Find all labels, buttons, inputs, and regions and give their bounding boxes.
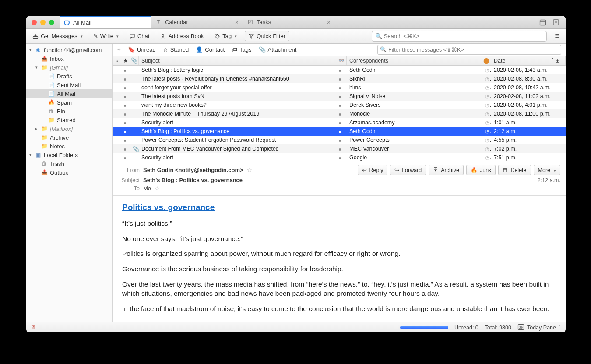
sidebar-item[interactable]: 📥 Inbox <box>26 54 112 63</box>
star-recipient-button[interactable]: ☆ <box>155 185 160 192</box>
account-row[interactable]: ▾ ◉ function44@gmail.com <box>26 46 112 54</box>
sidebar-item[interactable]: 🗑 Trash <box>26 159 112 168</box>
message-row[interactable]: 📎 Document From MEC Vancouver Signed and… <box>113 144 566 153</box>
sidebar-item[interactable]: 📁 Starred <box>26 116 112 124</box>
global-search: 🔍 <box>372 31 547 42</box>
tasks-icon[interactable] <box>552 19 559 26</box>
sidebar-item[interactable]: ▾ 📁 [Gmail] <box>26 63 112 72</box>
calendar-icon[interactable] <box>539 19 546 26</box>
chat-button[interactable]: Chat <box>127 32 152 41</box>
sidebar-item[interactable]: 🗑 Bin <box>26 107 112 116</box>
col-subject[interactable]: Subject <box>139 56 336 65</box>
quick-filter-label: Quick Filter <box>257 33 285 39</box>
write-button[interactable]: ✎ Write <box>91 32 121 41</box>
total-count: Total: 9800 <box>485 325 511 331</box>
message-body: Politics vs. governance “It’s just polit… <box>113 195 566 322</box>
delete-button[interactable]: 🗑Delete <box>498 165 531 175</box>
column-picker-icon[interactable]: ⊞ <box>555 57 560 64</box>
article-title[interactable]: Politics vs. governance <box>122 202 556 213</box>
more-button[interactable]: More <box>534 165 560 175</box>
sidebar-item-label: Drafts <box>57 73 72 80</box>
address-book-button[interactable]: Address Book <box>157 32 206 41</box>
global-search-input[interactable] <box>372 31 547 42</box>
get-messages-button[interactable]: Get Messages <box>30 32 85 41</box>
message-row[interactable]: The Monocle Minute – Thursday 29 August … <box>113 109 566 118</box>
sidebar-item[interactable]: 📁 Archive <box>26 133 112 142</box>
search-icon: 🔍 <box>380 46 387 52</box>
tag-button[interactable]: Tag <box>211 32 239 41</box>
sidebar-item[interactable]: 🔥 Spam <box>26 98 112 107</box>
sidebar-item[interactable]: 📁 Notes <box>26 142 112 150</box>
message-row[interactable]: Security alert Google ◔ 7:51 p.m. <box>113 153 566 162</box>
archive-button[interactable]: 🗄Archive <box>429 165 464 175</box>
sidebar-item-label: Inbox <box>50 56 64 62</box>
zoom-window-button[interactable] <box>49 20 54 25</box>
message-row[interactable]: want my three new books? Derek Sivers ◔ … <box>113 101 566 109</box>
read-dot-icon <box>339 105 341 107</box>
col-correspondents[interactable]: Correspondents <box>347 56 482 65</box>
body-paragraph: Politics is organized sparring about pow… <box>122 249 556 259</box>
app-menu-button[interactable]: ≡ <box>552 32 562 41</box>
quick-filter-toggle[interactable]: Quick Filter <box>245 31 289 41</box>
tab-label: Tasks <box>257 19 271 25</box>
sidebar-item[interactable]: 📤 Outbox <box>26 168 112 177</box>
close-tab-button[interactable]: × <box>235 19 239 26</box>
message-row[interactable]: Power Concepts: Student Forgotten Passwo… <box>113 136 566 144</box>
filter-search-input[interactable] <box>377 45 561 55</box>
message-row[interactable]: Seth's Blog : Lottery logic Seth Godin ◔… <box>113 66 566 74</box>
message-subject: The latest posts from SvN <box>139 93 336 99</box>
unread-dot-icon <box>124 105 126 107</box>
forward-button[interactable]: ↪Forward <box>390 165 426 175</box>
sidebar-item[interactable]: ▸ 📁 [Mailbox] <box>26 124 112 133</box>
star-sender-button[interactable]: ☆ <box>247 167 252 173</box>
sidebar-item-label: Sent Mail <box>57 82 81 88</box>
sidebar-item-label: Starred <box>57 117 76 123</box>
filter-starred[interactable]: ☆Starred <box>163 46 189 53</box>
tab-mail[interactable]: All Mail <box>60 16 151 28</box>
message-row[interactable]: don't forget your special offer hims ◔ 2… <box>113 83 566 92</box>
trash-icon: 🗑 <box>503 167 508 173</box>
today-pane-toggle[interactable]: 29 Today Pane ˄ <box>517 323 561 332</box>
folder-icon: 📁 <box>41 143 48 149</box>
titlebar: All Mail 🗓 Calendar × ☑ Tasks × <box>26 16 566 29</box>
filter-tags[interactable]: 🏷Tags <box>232 46 251 53</box>
col-thread[interactable]: ↳ <box>113 56 121 65</box>
tab-calendar[interactable]: 🗓 Calendar × <box>151 16 243 28</box>
col-flag[interactable]: ⬤ <box>482 56 491 65</box>
sidebar-item-label: Trash <box>50 161 64 167</box>
local-folders-row[interactable]: ▾ ▣ Local Folders <box>26 150 112 159</box>
tag-label: Tag <box>222 33 232 39</box>
read-dot-icon <box>339 96 341 98</box>
col-star[interactable]: ★ <box>121 56 130 65</box>
close-tab-button[interactable]: × <box>327 19 331 26</box>
message-row[interactable]: Security alert Arzamas.academy ◔ 1:01 a.… <box>113 118 566 127</box>
sidebar-item[interactable]: 📄 Drafts <box>26 72 112 80</box>
body-split: ▾ ◉ function44@gmail.com 📥 Inbox ▾ 📁 [Gm… <box>26 44 566 322</box>
col-date[interactable]: Date˄⊞ <box>491 56 566 65</box>
message-date: 7:02 p.m. <box>491 146 566 152</box>
message-row[interactable]: The latest posts from SvN Signal v. Nois… <box>113 92 566 101</box>
close-window-button[interactable] <box>32 20 37 25</box>
tab-tasks[interactable]: ☑ Tasks × <box>243 16 335 28</box>
pin-icon[interactable]: ✧ <box>117 47 121 52</box>
minimize-window-button[interactable] <box>40 20 46 25</box>
filter-contact[interactable]: 👤Contact <box>196 46 225 53</box>
filter-unread[interactable]: 🔖Unread <box>128 46 156 53</box>
pencil-icon: ✎ <box>93 33 98 39</box>
sidebar-item[interactable]: 📄 All Mail <box>26 89 112 98</box>
message-row[interactable]: The latest posts - Revolutionary in Onen… <box>113 74 566 83</box>
col-attachment[interactable]: 📎 <box>130 56 139 65</box>
message-row[interactable]: Seth's Blog : Politics vs. governance Se… <box>113 127 566 136</box>
sidebar-item[interactable]: 📄 Sent Mail <box>26 80 112 89</box>
filter-attachment[interactable]: 📎Attachment <box>259 46 297 53</box>
junk-button[interactable]: 🔥Junk <box>466 165 496 175</box>
chat-icon <box>129 33 135 39</box>
col-read[interactable]: 👓 <box>336 56 347 65</box>
reply-button[interactable]: ↩Reply <box>358 165 387 175</box>
message-subject: Seth's Blog : Lottery logic <box>139 67 336 73</box>
message-subject: Power Concepts: Student Forgotten Passwo… <box>139 137 336 143</box>
activity-icon[interactable]: 🖥 <box>31 325 36 331</box>
unread-dot-icon <box>124 70 126 72</box>
clock-icon: ◔ <box>485 137 491 143</box>
file-icon: 📄 <box>48 73 55 79</box>
